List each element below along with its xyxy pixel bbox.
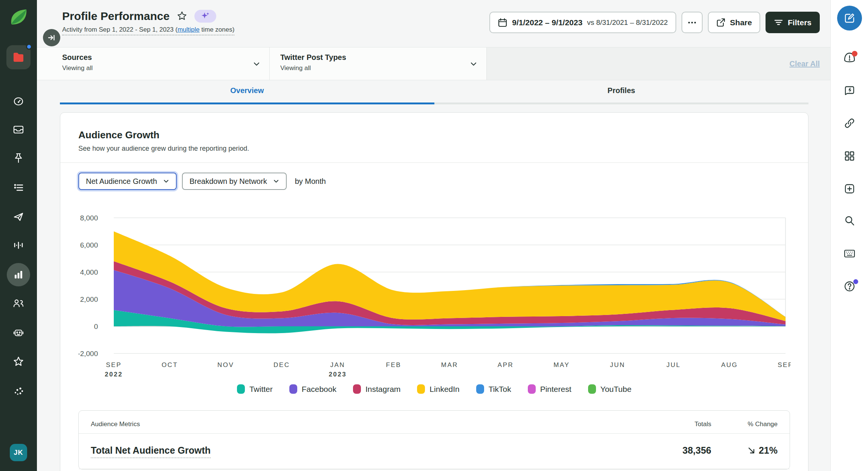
audience-metrics-table: Audience Metrics Totals % Change Total N…	[78, 410, 790, 469]
chart-legend: TwitterFacebookInstagramLinkedInTikTokPi…	[78, 384, 790, 394]
sources-filter[interactable]: Sources Viewing all	[37, 47, 270, 80]
legend-swatch	[417, 384, 425, 394]
link-button[interactable]	[843, 117, 856, 130]
filters-button[interactable]: Filters	[766, 12, 820, 33]
apps-grid-button[interactable]	[843, 150, 856, 162]
tab-profiles[interactable]: Profiles	[434, 80, 809, 104]
table-row: Total Net Audience Growth 38,356 21%	[79, 434, 790, 469]
page-title: Profile Performance	[62, 10, 170, 23]
sidebar-item-pinned[interactable]	[12, 152, 25, 165]
sources-filter-label: Sources	[62, 53, 269, 62]
legend-item[interactable]: Facebook	[289, 384, 336, 394]
paper-plane-icon	[12, 211, 24, 223]
legend-swatch	[528, 384, 536, 394]
dots-cluster-icon	[12, 385, 24, 397]
tab-overview[interactable]: Overview	[60, 80, 434, 104]
sparkles-badge-icon[interactable]	[194, 10, 216, 23]
sources-filter-value: Viewing all	[62, 64, 269, 72]
compose-pencil-icon	[844, 12, 856, 24]
svg-text:AUG: AUG	[721, 361, 738, 369]
svg-text:DEC: DEC	[274, 361, 290, 369]
collapse-panel-icon	[47, 34, 56, 42]
svg-text:2023: 2023	[329, 371, 347, 378]
legend-item[interactable]: TikTok	[476, 384, 511, 394]
post-types-filter[interactable]: Twitter Post Types Viewing all	[270, 47, 487, 80]
legend-item[interactable]: Instagram	[353, 384, 400, 394]
svg-text:2022: 2022	[105, 371, 123, 378]
sprout-leaf-logo-icon[interactable]	[8, 7, 29, 29]
waveform-icon	[12, 239, 24, 251]
post-types-filter-value: Viewing all	[280, 64, 486, 72]
sidebar-item-integrations[interactable]	[12, 384, 25, 397]
chevron-down-icon	[162, 177, 170, 185]
legend-item[interactable]: Twitter	[237, 384, 273, 394]
chevron-down-icon	[252, 60, 261, 69]
date-range-button[interactable]: 9/1/2022 – 9/1/2023 vs 8/31/2021 – 8/31/…	[489, 12, 676, 33]
legend-label: TikTok	[489, 385, 511, 394]
post-types-filter-label: Twitter Post Types	[280, 53, 486, 62]
change-column-header: % Change	[711, 421, 778, 428]
search-button[interactable]	[843, 214, 856, 227]
metric-select[interactable]: Net Audience Growth	[78, 173, 177, 190]
chevron-down-icon	[469, 60, 478, 69]
svg-text:JUL: JUL	[666, 361, 681, 369]
svg-text:NOV: NOV	[217, 361, 234, 369]
sidebar-item-people[interactable]	[12, 297, 25, 310]
svg-text:4,000: 4,000	[80, 268, 98, 276]
metric-change: 21%	[711, 445, 778, 456]
sidebar-item-inbox[interactable]	[12, 123, 25, 136]
help-button[interactable]	[843, 280, 856, 293]
svg-text:JUN: JUN	[610, 361, 625, 369]
clear-all-button[interactable]: Clear All	[790, 60, 820, 68]
legend-label: Twitter	[249, 385, 273, 394]
sidebar-item-publishing[interactable]	[12, 210, 25, 223]
sidebar-item-dashboard[interactable]	[12, 95, 25, 108]
metric-name[interactable]: Total Net Audience Growth	[91, 445, 211, 458]
compose-button[interactable]	[837, 6, 862, 31]
add-button[interactable]	[843, 182, 856, 195]
metrics-column-header: Audience Metrics	[91, 421, 606, 428]
sidebar-item-reports[interactable]	[7, 263, 30, 286]
shortcuts-button[interactable]	[843, 247, 856, 260]
workspace-folder[interactable]	[6, 45, 31, 69]
table-header: Audience Metrics Totals % Change	[79, 411, 790, 434]
sidebar-item-automation[interactable]	[12, 326, 25, 339]
legend-item[interactable]: YouTube	[588, 384, 632, 394]
legend-item[interactable]: Pinterest	[528, 384, 572, 394]
legend-swatch	[588, 384, 596, 394]
more-options-button[interactable]	[682, 12, 703, 33]
audience-growth-card: Audience Growth See how your audience gr…	[60, 112, 808, 471]
sidebar-item-listening[interactable]	[12, 239, 25, 252]
audience-growth-chart[interactable]: 8,0006,0004,0002,0000-2,000SEP2022OCTNOV…	[78, 207, 790, 384]
svg-text:6,000: 6,000	[80, 241, 98, 249]
legend-label: Instagram	[365, 385, 400, 394]
keyboard-icon	[843, 247, 856, 260]
favorite-star-icon[interactable]	[176, 11, 188, 22]
share-button[interactable]: Share	[708, 12, 760, 33]
sidebar-item-reviews[interactable]	[12, 355, 25, 368]
alerts-button[interactable]	[843, 52, 856, 64]
notification-dot	[26, 44, 32, 50]
quick-message-button[interactable]	[843, 84, 856, 97]
svg-text:APR: APR	[498, 361, 513, 369]
trend-down-icon	[747, 447, 756, 455]
user-avatar[interactable]: JK	[10, 444, 27, 461]
svg-text:MAR: MAR	[441, 361, 458, 369]
people-icon	[12, 297, 24, 309]
svg-text:-2,000: -2,000	[78, 350, 98, 358]
alert-notification-dot	[852, 51, 857, 57]
collapse-panel-button[interactable]	[43, 29, 60, 46]
legend-item[interactable]: LinkedIn	[417, 384, 459, 394]
help-notification-dot	[853, 279, 858, 284]
link-icon	[843, 117, 856, 130]
bar-chart-icon	[12, 269, 24, 281]
sidebar-item-tasks[interactable]	[12, 181, 25, 194]
timezones-link[interactable]: multiple	[177, 26, 200, 33]
search-icon	[843, 214, 856, 227]
svg-text:FEB: FEB	[386, 361, 402, 369]
svg-text:MAY: MAY	[553, 361, 570, 369]
totals-column-header: Totals	[606, 421, 711, 428]
report-subtitle: Activity from Sep 1, 2022 - Sep 1, 2023 …	[62, 26, 234, 35]
plus-square-icon	[843, 182, 856, 195]
breakdown-select[interactable]: Breakdown by Network	[182, 173, 287, 190]
